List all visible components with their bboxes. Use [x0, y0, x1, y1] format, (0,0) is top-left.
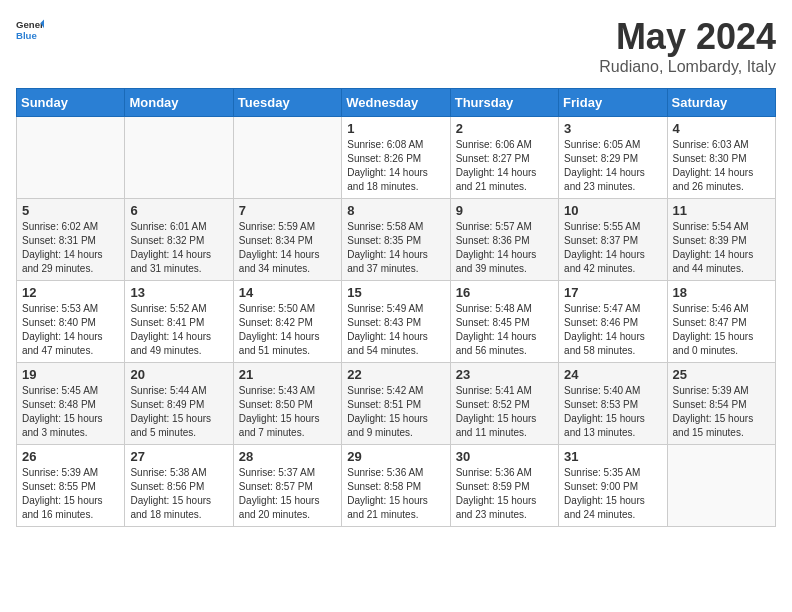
calendar-cell: 26Sunrise: 5:39 AM Sunset: 8:55 PM Dayli…: [17, 445, 125, 527]
day-info: Sunrise: 5:49 AM Sunset: 8:43 PM Dayligh…: [347, 302, 444, 358]
day-info: Sunrise: 5:48 AM Sunset: 8:45 PM Dayligh…: [456, 302, 553, 358]
calendar-cell: 1Sunrise: 6:08 AM Sunset: 8:26 PM Daylig…: [342, 117, 450, 199]
svg-text:General: General: [16, 19, 44, 30]
calendar-week-2: 12Sunrise: 5:53 AM Sunset: 8:40 PM Dayli…: [17, 281, 776, 363]
header-friday: Friday: [559, 89, 667, 117]
calendar-cell: 19Sunrise: 5:45 AM Sunset: 8:48 PM Dayli…: [17, 363, 125, 445]
calendar-cell: 9Sunrise: 5:57 AM Sunset: 8:36 PM Daylig…: [450, 199, 558, 281]
day-number: 21: [239, 367, 336, 382]
day-info: Sunrise: 5:50 AM Sunset: 8:42 PM Dayligh…: [239, 302, 336, 358]
calendar-cell: 16Sunrise: 5:48 AM Sunset: 8:45 PM Dayli…: [450, 281, 558, 363]
day-number: 28: [239, 449, 336, 464]
day-info: Sunrise: 5:36 AM Sunset: 8:58 PM Dayligh…: [347, 466, 444, 522]
calendar-cell: 3Sunrise: 6:05 AM Sunset: 8:29 PM Daylig…: [559, 117, 667, 199]
day-info: Sunrise: 5:45 AM Sunset: 8:48 PM Dayligh…: [22, 384, 119, 440]
day-info: Sunrise: 5:59 AM Sunset: 8:34 PM Dayligh…: [239, 220, 336, 276]
day-number: 9: [456, 203, 553, 218]
day-number: 20: [130, 367, 227, 382]
day-number: 23: [456, 367, 553, 382]
calendar-header-row: SundayMondayTuesdayWednesdayThursdayFrid…: [17, 89, 776, 117]
calendar-cell: 17Sunrise: 5:47 AM Sunset: 8:46 PM Dayli…: [559, 281, 667, 363]
day-info: Sunrise: 5:35 AM Sunset: 9:00 PM Dayligh…: [564, 466, 661, 522]
day-info: Sunrise: 5:38 AM Sunset: 8:56 PM Dayligh…: [130, 466, 227, 522]
calendar-cell: [667, 445, 775, 527]
calendar-cell: 14Sunrise: 5:50 AM Sunset: 8:42 PM Dayli…: [233, 281, 341, 363]
day-number: 22: [347, 367, 444, 382]
calendar-cell: 24Sunrise: 5:40 AM Sunset: 8:53 PM Dayli…: [559, 363, 667, 445]
day-number: 7: [239, 203, 336, 218]
day-number: 25: [673, 367, 770, 382]
calendar-table: SundayMondayTuesdayWednesdayThursdayFrid…: [16, 88, 776, 527]
day-number: 26: [22, 449, 119, 464]
day-info: Sunrise: 6:03 AM Sunset: 8:30 PM Dayligh…: [673, 138, 770, 194]
header-saturday: Saturday: [667, 89, 775, 117]
day-info: Sunrise: 5:42 AM Sunset: 8:51 PM Dayligh…: [347, 384, 444, 440]
day-number: 12: [22, 285, 119, 300]
calendar-cell: 27Sunrise: 5:38 AM Sunset: 8:56 PM Dayli…: [125, 445, 233, 527]
day-info: Sunrise: 5:58 AM Sunset: 8:35 PM Dayligh…: [347, 220, 444, 276]
page-header: General Blue May 2024 Rudiano, Lombardy,…: [16, 16, 776, 76]
day-number: 13: [130, 285, 227, 300]
calendar-week-1: 5Sunrise: 6:02 AM Sunset: 8:31 PM Daylig…: [17, 199, 776, 281]
day-info: Sunrise: 6:01 AM Sunset: 8:32 PM Dayligh…: [130, 220, 227, 276]
day-info: Sunrise: 6:06 AM Sunset: 8:27 PM Dayligh…: [456, 138, 553, 194]
month-title: May 2024: [599, 16, 776, 58]
day-number: 29: [347, 449, 444, 464]
day-number: 24: [564, 367, 661, 382]
calendar-week-0: 1Sunrise: 6:08 AM Sunset: 8:26 PM Daylig…: [17, 117, 776, 199]
day-info: Sunrise: 5:53 AM Sunset: 8:40 PM Dayligh…: [22, 302, 119, 358]
header-tuesday: Tuesday: [233, 89, 341, 117]
calendar-cell: 8Sunrise: 5:58 AM Sunset: 8:35 PM Daylig…: [342, 199, 450, 281]
calendar-week-3: 19Sunrise: 5:45 AM Sunset: 8:48 PM Dayli…: [17, 363, 776, 445]
header-monday: Monday: [125, 89, 233, 117]
calendar-cell: 12Sunrise: 5:53 AM Sunset: 8:40 PM Dayli…: [17, 281, 125, 363]
calendar-cell: 15Sunrise: 5:49 AM Sunset: 8:43 PM Dayli…: [342, 281, 450, 363]
calendar-cell: 2Sunrise: 6:06 AM Sunset: 8:27 PM Daylig…: [450, 117, 558, 199]
day-info: Sunrise: 5:43 AM Sunset: 8:50 PM Dayligh…: [239, 384, 336, 440]
day-number: 31: [564, 449, 661, 464]
day-info: Sunrise: 5:36 AM Sunset: 8:59 PM Dayligh…: [456, 466, 553, 522]
header-sunday: Sunday: [17, 89, 125, 117]
calendar-cell: 21Sunrise: 5:43 AM Sunset: 8:50 PM Dayli…: [233, 363, 341, 445]
day-number: 19: [22, 367, 119, 382]
day-number: 27: [130, 449, 227, 464]
title-block: May 2024 Rudiano, Lombardy, Italy: [599, 16, 776, 76]
calendar-cell: 5Sunrise: 6:02 AM Sunset: 8:31 PM Daylig…: [17, 199, 125, 281]
day-number: 4: [673, 121, 770, 136]
day-number: 10: [564, 203, 661, 218]
day-info: Sunrise: 5:39 AM Sunset: 8:54 PM Dayligh…: [673, 384, 770, 440]
day-number: 3: [564, 121, 661, 136]
day-number: 11: [673, 203, 770, 218]
calendar-cell: 28Sunrise: 5:37 AM Sunset: 8:57 PM Dayli…: [233, 445, 341, 527]
day-number: 2: [456, 121, 553, 136]
calendar-cell: [233, 117, 341, 199]
calendar-week-4: 26Sunrise: 5:39 AM Sunset: 8:55 PM Dayli…: [17, 445, 776, 527]
calendar-cell: [17, 117, 125, 199]
day-info: Sunrise: 5:37 AM Sunset: 8:57 PM Dayligh…: [239, 466, 336, 522]
calendar-cell: 10Sunrise: 5:55 AM Sunset: 8:37 PM Dayli…: [559, 199, 667, 281]
day-info: Sunrise: 6:08 AM Sunset: 8:26 PM Dayligh…: [347, 138, 444, 194]
calendar-cell: 23Sunrise: 5:41 AM Sunset: 8:52 PM Dayli…: [450, 363, 558, 445]
day-info: Sunrise: 5:52 AM Sunset: 8:41 PM Dayligh…: [130, 302, 227, 358]
day-info: Sunrise: 5:55 AM Sunset: 8:37 PM Dayligh…: [564, 220, 661, 276]
day-number: 30: [456, 449, 553, 464]
logo-icon: General Blue: [16, 16, 44, 44]
day-info: Sunrise: 5:41 AM Sunset: 8:52 PM Dayligh…: [456, 384, 553, 440]
calendar-cell: 6Sunrise: 6:01 AM Sunset: 8:32 PM Daylig…: [125, 199, 233, 281]
calendar-cell: 11Sunrise: 5:54 AM Sunset: 8:39 PM Dayli…: [667, 199, 775, 281]
day-info: Sunrise: 5:47 AM Sunset: 8:46 PM Dayligh…: [564, 302, 661, 358]
day-number: 5: [22, 203, 119, 218]
calendar-cell: 20Sunrise: 5:44 AM Sunset: 8:49 PM Dayli…: [125, 363, 233, 445]
day-number: 14: [239, 285, 336, 300]
header-wednesday: Wednesday: [342, 89, 450, 117]
day-info: Sunrise: 5:46 AM Sunset: 8:47 PM Dayligh…: [673, 302, 770, 358]
calendar-cell: 4Sunrise: 6:03 AM Sunset: 8:30 PM Daylig…: [667, 117, 775, 199]
day-number: 15: [347, 285, 444, 300]
svg-text:Blue: Blue: [16, 30, 37, 41]
logo: General Blue: [16, 16, 44, 44]
calendar-cell: 13Sunrise: 5:52 AM Sunset: 8:41 PM Dayli…: [125, 281, 233, 363]
calendar-cell: 7Sunrise: 5:59 AM Sunset: 8:34 PM Daylig…: [233, 199, 341, 281]
calendar-cell: 30Sunrise: 5:36 AM Sunset: 8:59 PM Dayli…: [450, 445, 558, 527]
day-number: 6: [130, 203, 227, 218]
calendar-cell: 31Sunrise: 5:35 AM Sunset: 9:00 PM Dayli…: [559, 445, 667, 527]
